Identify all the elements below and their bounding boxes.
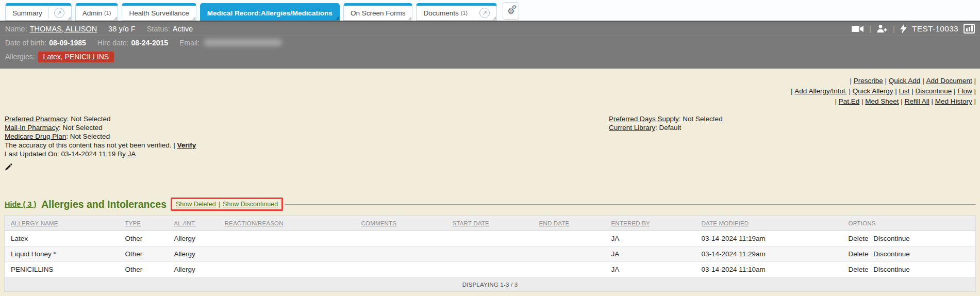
- verify-text: The accuracy of this content has not yet…: [5, 141, 175, 149]
- edit-pencil-icon[interactable]: [4, 162, 12, 173]
- sort-start-date[interactable]: START DATE: [453, 220, 489, 226]
- action-links: | Prescribe | Quick Add | Add Document |…: [791, 76, 976, 107]
- table-row: Latex Other Allergy JA 03-14-2024 11:19a…: [5, 231, 976, 246]
- delete-link[interactable]: Delete: [849, 235, 869, 242]
- video-camera-icon[interactable]: [852, 25, 864, 33]
- displaying-count: DISPLAYING 1-3 / 3: [5, 277, 976, 292]
- cell-end-date: [533, 231, 605, 246]
- cell-date-modified: 03-14-2024 11:10am: [695, 262, 842, 277]
- popout-icon[interactable]: ↗: [54, 8, 64, 18]
- status-label: Status:: [147, 25, 170, 33]
- days-supply-line: Preferred Days Supply: Not Selected: [609, 114, 723, 123]
- pharmacy-info-block: Preferred Pharmacy: Not Selected Mail-In…: [5, 114, 196, 158]
- cell-type: Other: [119, 246, 168, 262]
- allergies-section-header: Hide ( 3 ) Allergies and Intolerances Sh…: [5, 198, 976, 211]
- cell-start-date: [446, 231, 533, 246]
- last-updated-line: Last Updated On: 03-14-2024 11:19 By JA: [5, 150, 196, 158]
- sort-type[interactable]: TYPE: [125, 220, 141, 226]
- patient-age-sex: 38 y/o F: [108, 25, 135, 33]
- sort-comments[interactable]: COMMENTS: [361, 220, 397, 226]
- popout-icon[interactable]: ↗: [479, 8, 490, 18]
- cell-end-date: [533, 246, 605, 262]
- add-person-icon[interactable]: [876, 24, 888, 33]
- delete-link[interactable]: Delete: [849, 266, 869, 273]
- last-updated-by-link[interactable]: JA: [127, 150, 136, 158]
- allergies-label: Allergies:: [5, 53, 35, 61]
- cell-comments: [355, 231, 446, 246]
- pat-ed-link[interactable]: Pat.Ed: [839, 97, 860, 105]
- patient-id: TEST-10033: [912, 24, 958, 34]
- cell-al-int: Allergy: [168, 262, 219, 277]
- days-supply-link[interactable]: Preferred Days Supply: [609, 115, 679, 123]
- action-links-row2: | Add Allergy/Intol. | Quick Allergy | L…: [791, 86, 976, 96]
- settings-button[interactable]: ⚙ ⚙: [503, 2, 519, 20]
- tab-admin[interactable]: Admin (1): [75, 3, 119, 21]
- quick-allergy-link[interactable]: Quick Allergy: [853, 87, 893, 95]
- quick-add-link[interactable]: Quick Add: [889, 77, 921, 85]
- days-supply-value: Not Selected: [683, 115, 722, 123]
- cell-options: Delete Discontinue: [842, 262, 976, 277]
- cell-reaction: [219, 262, 355, 277]
- add-document-link[interactable]: Add Document: [926, 77, 972, 85]
- bar-chart-icon[interactable]: [964, 24, 975, 34]
- sort-allergy-name[interactable]: ALLERGY NAME: [11, 220, 58, 226]
- cell-start-date: [446, 262, 533, 277]
- discontinue-link[interactable]: Discontinue: [873, 250, 910, 258]
- hide-count-link[interactable]: Hide ( 3 ): [5, 200, 36, 208]
- current-library-link[interactable]: Current Library: [609, 124, 655, 131]
- tab-documents[interactable]: Documents (1) ↗: [416, 3, 497, 21]
- medicare-plan-link[interactable]: Medicare Drug Plan: [5, 133, 66, 140]
- sort-end-date[interactable]: END DATE: [539, 220, 570, 226]
- current-library-value: Default: [659, 124, 682, 131]
- status-value: Active: [173, 25, 193, 33]
- tab-summary[interactable]: Summary ↗: [5, 3, 72, 21]
- cell-type: Other: [119, 231, 168, 246]
- allergies-badge[interactable]: Latex, PENICILLINS: [38, 51, 115, 63]
- discontinue-link[interactable]: Discontinue: [873, 235, 910, 242]
- cell-al-int: Allergy: [168, 246, 219, 262]
- prescribe-link[interactable]: Prescribe: [854, 77, 883, 85]
- add-allergy-intol-link[interactable]: Add Allergy/Intol.: [794, 87, 846, 95]
- tab-bar: Summary ↗ Admin (1) Health Surveillance …: [0, 0, 980, 21]
- discontinue-link[interactable]: Discontinue: [873, 266, 910, 273]
- sort-reaction[interactable]: REACTION/REASON: [225, 220, 284, 226]
- sort-entered-by[interactable]: ENTERED BY: [611, 220, 651, 226]
- cell-allergy-name: Liquid Honey *: [5, 246, 119, 262]
- med-history-link[interactable]: Med History: [935, 97, 972, 105]
- tab-medical-record-allergies-medications[interactable]: Medical Record:Allergies/Medications: [200, 3, 340, 21]
- col-allergy-name: ALLERGY NAME: [5, 216, 119, 231]
- delete-link[interactable]: Delete: [849, 250, 869, 258]
- gear-small-icon: ⚙: [512, 4, 517, 10]
- cell-options: Delete Discontinue: [842, 246, 976, 262]
- sort-al-int[interactable]: AL./INT.: [174, 220, 196, 226]
- tab-on-screen-forms[interactable]: On Screen Forms: [343, 3, 413, 21]
- tab-health-surveillance[interactable]: Health Surveillance: [122, 3, 196, 21]
- cell-comments: [355, 246, 446, 262]
- mailin-pharmacy-link[interactable]: Mail-In Pharmacy: [5, 124, 59, 131]
- cell-entered-by: JA: [605, 231, 695, 246]
- verify-link[interactable]: Verify: [177, 141, 196, 149]
- flow-link[interactable]: Flow: [957, 87, 972, 95]
- patient-allergies-row: Allergies: Latex, PENICILLINS: [0, 49, 980, 64]
- dob-value: 08-09-1985: [49, 39, 86, 47]
- cell-allergy-name: Latex: [5, 231, 119, 246]
- show-deleted-link[interactable]: Show Deleted: [176, 201, 216, 208]
- patient-name-link[interactable]: THOMAS, ALLISON: [30, 25, 97, 33]
- col-comments: COMMENTS: [355, 216, 446, 231]
- col-end-date: END DATE: [533, 216, 605, 231]
- mailin-pharmacy-line: Mail-In Pharmacy: Not Selected: [5, 123, 196, 132]
- show-discontinued-link[interactable]: Show Discontinued: [223, 201, 278, 208]
- cell-type: Other: [119, 262, 168, 277]
- list-link[interactable]: List: [899, 87, 910, 95]
- tab-divider: [48, 7, 49, 19]
- sort-date-modified[interactable]: DATE MODIFIED: [702, 220, 749, 226]
- cell-end-date: [533, 262, 605, 277]
- name-label: Name:: [5, 25, 27, 33]
- lightning-bolt-icon[interactable]: [900, 24, 907, 34]
- discontinue-link[interactable]: Discontinue: [916, 87, 952, 95]
- med-sheet-link[interactable]: Med Sheet: [865, 97, 899, 105]
- preferred-pharmacy-link[interactable]: Preferred Pharmacy: [5, 115, 67, 123]
- tab-label: Summary: [12, 9, 42, 17]
- cell-options: Delete Discontinue: [842, 231, 976, 246]
- refill-all-link[interactable]: Refill All: [905, 97, 929, 105]
